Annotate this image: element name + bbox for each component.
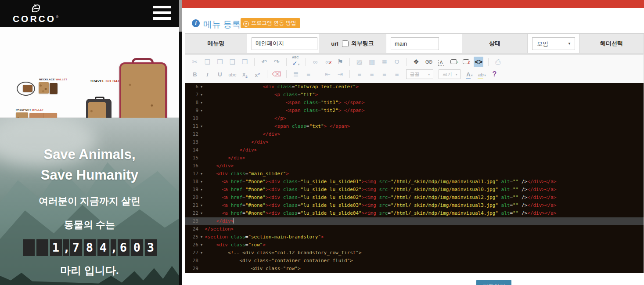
bold-icon: B [193, 71, 197, 78]
code-line-21[interactable]: 21▼ <a href="#none"><div class="lu_slide… [185, 202, 644, 209]
indent-icon: ⇥ [338, 70, 343, 78]
image-icon: ▨ [356, 58, 363, 65]
code-line-19[interactable]: 19▼ <a href="#none"><div class="lu_slide… [185, 186, 644, 194]
image-button[interactable]: ▨ [355, 57, 364, 67]
code-line-12[interactable]: 12 </div> [185, 130, 644, 138]
preview-scrollbar-thumb[interactable] [179, 0, 182, 32]
code-line-6[interactable]: 6▼ <div class="txtwrap text-center"> [185, 83, 644, 91]
hero-subtitle-1: 여러분이 지금까지 살린 [0, 195, 179, 208]
table-button[interactable]: ▦ [367, 57, 377, 67]
url-input[interactable] [391, 37, 439, 50]
help-icon: ? [493, 70, 497, 78]
necklace-pouch-image [23, 85, 32, 92]
code-line-9[interactable]: 9▼ <span class="tit2"> </span> [185, 107, 644, 115]
code-line-22[interactable]: 22▼ <a href="#none"><div class="lu_slide… [185, 209, 644, 217]
comment-remove-button[interactable]: ✗ [461, 57, 471, 67]
copy-button[interactable]: ❏ [202, 57, 212, 67]
bulleted-list-button[interactable]: ≡ [304, 69, 313, 79]
code-line-14[interactable]: 14 </div> [185, 146, 644, 154]
align-left-button[interactable]: ≡ [355, 69, 364, 79]
external-link-checkbox[interactable] [342, 40, 349, 47]
save-button[interactable]: 저장하기 [476, 280, 511, 285]
code-line-25[interactable]: 25▼<section class="section-main-brandsto… [185, 233, 644, 241]
align-center-button[interactable]: ≡ [367, 69, 377, 79]
horizontal-line-button[interactable]: ≣ [380, 57, 389, 67]
code-line-11[interactable]: 11▼ <span class="txt"> </span> [185, 123, 644, 130]
align-justify-icon: ≡ [395, 70, 399, 78]
superscript-button[interactable]: X2 [252, 69, 262, 79]
code-line-26[interactable]: 26▼ <div class="row"> [185, 241, 644, 249]
url-label: url [331, 40, 338, 47]
top-red-bar [182, 0, 644, 8]
select-all-button[interactable]: A [436, 57, 446, 67]
preview-scrollbar[interactable] [179, 0, 182, 285]
code-line-7[interactable]: 7▼ <p class="tit"> [185, 91, 644, 99]
eraser-icon: ⌫ [272, 70, 281, 78]
align-justify-button[interactable]: ≡ [392, 69, 402, 79]
menu-name-input[interactable] [252, 37, 317, 50]
flag-icon: ⚑ [337, 58, 343, 65]
align-right-button[interactable]: ≡ [380, 69, 389, 79]
bold-button[interactable]: B [190, 69, 200, 79]
external-link-label: 외부링크 [351, 40, 374, 47]
bulleted-list-icon: ≡ [306, 70, 310, 78]
align-left-icon: ≡ [357, 70, 361, 78]
hamburger-menu-icon[interactable] [153, 6, 171, 22]
paste-text-button[interactable]: ❑ [227, 57, 237, 67]
anchor-button[interactable]: ⚑ [335, 57, 345, 67]
source-code-area[interactable]: 6▼ <div class="txtwrap text-center">7▼ <… [185, 83, 644, 273]
paste-word-button[interactable]: ❒ [240, 57, 250, 67]
counter-digit: 1 [50, 239, 62, 256]
maximize-icon: ❖ [413, 58, 419, 65]
source-button[interactable]: <> [474, 57, 483, 67]
code-line-20[interactable]: 20▼ <a href="#none"><div class="lu_slide… [185, 194, 644, 202]
remove-format-button[interactable]: ⌫ [272, 69, 281, 79]
redo-button[interactable]: ↷ [272, 57, 281, 67]
print-button[interactable]: ⎙ [493, 57, 503, 67]
size-combo[interactable]: 크기▼ [439, 69, 461, 79]
cork-wallet-image [39, 82, 49, 94]
help-button[interactable]: ? [489, 69, 499, 79]
unlink-button[interactable]: ∞✗ [323, 57, 332, 67]
program-link-help-button[interactable]: ?프로그램 연동 방법 [241, 18, 300, 28]
undo-button[interactable]: ↶ [259, 57, 269, 67]
code-line-10[interactable]: 10 </p> [185, 115, 644, 123]
code-line-27[interactable]: 27▼ <!-- <div class="col-12 brandstory_r… [185, 249, 644, 257]
highlight-color-button[interactable]: ab▾ [477, 69, 487, 79]
paste-button[interactable]: ❐ [215, 57, 225, 67]
hero-title-line2: Save Humanity [0, 167, 179, 183]
editor-toolbar-row2: B I U abc X2 X2 ⌫ ≣ ≡ ⇤ ⇥ ≡ ≡ ≡ ≡ 글꼴▼ [185, 68, 644, 81]
link-button[interactable]: ∞ [310, 57, 320, 67]
text-color-button[interactable]: A▾ [465, 69, 475, 79]
code-line-13[interactable]: 13 </div> [185, 138, 644, 146]
cut-button[interactable]: ✂ [190, 57, 200, 67]
code-line-23[interactable]: 23 </div> [185, 217, 644, 225]
code-line-17[interactable]: 17▼ <div class="main_slider"> [185, 170, 644, 178]
spellcheck-button[interactable]: ABC✓▾ [291, 57, 301, 67]
site-logo[interactable]: CORCO® [11, 4, 60, 24]
strikethrough-button[interactable]: abc [227, 69, 237, 79]
code-line-8[interactable]: 8▼ <span class="tit1"> </span> [185, 99, 644, 107]
maximize-button[interactable]: ❖ [411, 57, 421, 67]
numbered-list-icon: ≣ [293, 70, 299, 78]
site-preview-pane: CORCO® NECKLACE WALLET PASSPORT WALLET T… [0, 0, 179, 285]
comment-add-button[interactable]: + [449, 57, 458, 67]
indent-button[interactable]: ⇥ [335, 69, 345, 79]
special-char-button[interactable]: Ω [392, 57, 402, 67]
code-line-15[interactable]: 15 </div> [185, 154, 644, 162]
outdent-button[interactable]: ⇤ [323, 69, 332, 79]
code-line-16[interactable]: 16 </div> [185, 162, 644, 170]
code-line-28[interactable]: 28 <div class="container container-fluid… [185, 257, 644, 265]
code-line-18[interactable]: 18▼ <a href="#none"><div class="lu_slide… [185, 178, 644, 186]
italic-button[interactable]: I [202, 69, 212, 79]
code-line-29[interactable]: 29 <div class="row"> [185, 265, 644, 273]
code-line-30[interactable]: 30 <div class="col-12 col-lg-6 brandstor… [185, 273, 644, 273]
status-select[interactable]: 보임▼ [532, 37, 575, 50]
font-combo[interactable]: 글꼴▼ [406, 69, 433, 79]
x-icon: ✗ [467, 58, 471, 68]
code-line-24[interactable]: 24</section> [185, 225, 644, 233]
find-button[interactable]: ʘʘ [424, 57, 434, 67]
subscript-button[interactable]: X2 [240, 69, 250, 79]
numbered-list-button[interactable]: ≣ [291, 69, 301, 79]
underline-button[interactable]: U [215, 69, 225, 79]
